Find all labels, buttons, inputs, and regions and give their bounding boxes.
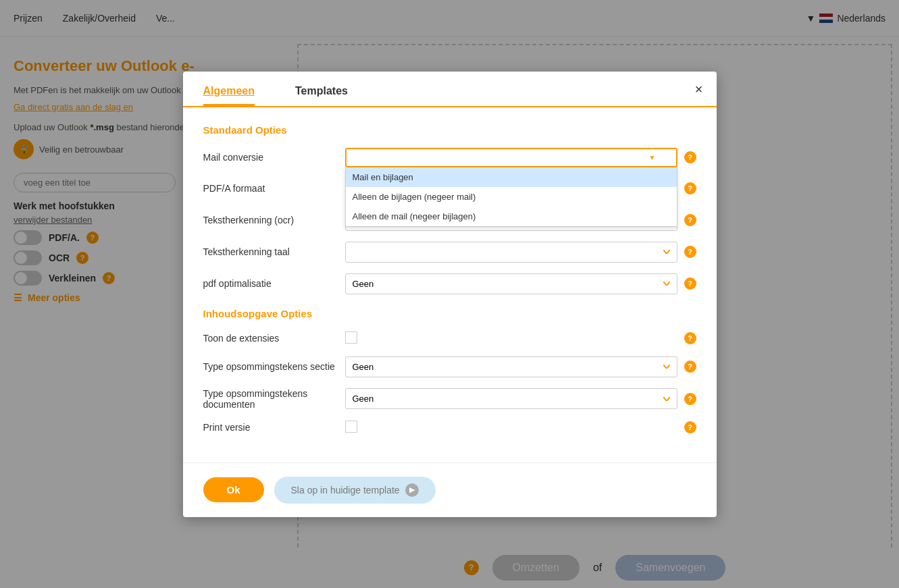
dropdown-item-1[interactable]: Alleen de bijlagen (negeer mail) — [346, 187, 677, 207]
taal-select[interactable] — [345, 242, 677, 263]
taal-label: Tekstherkenning taal — [203, 246, 338, 257]
help-pdfa-formaat-icon[interactable]: ? — [684, 182, 696, 194]
ops-sectie-label: Type opsommingstekens sectie — [203, 361, 338, 372]
mail-conversie-control: ▼ Mail en bijlagen Alleen de bijlagen (n… — [345, 148, 677, 167]
optimalisatie-label: pdf optimalisatie — [203, 278, 338, 289]
modal-dialog: Algemeen Templates × Standaard Opties Ma… — [183, 72, 717, 517]
help-ops-doc-icon[interactable]: ? — [684, 393, 696, 405]
dropdown-item-0[interactable]: Mail en bijlagen — [346, 167, 677, 187]
modal-header: Algemeen Templates — [183, 72, 717, 107]
form-row-taal: Tekstherkenning taal ? — [203, 242, 696, 263]
ops-sectie-select[interactable]: Geen — [345, 356, 677, 377]
standaard-opties-title: Standaard Opties — [203, 124, 696, 136]
pdfa-formaat-label: PDF/A formaat — [203, 183, 338, 194]
ocr-label: Tekstherkenning (ocr) — [203, 215, 338, 225]
inhoudsopgave-title: Inhoudsopgave Opties — [203, 308, 696, 319]
modal-close-button[interactable]: × — [695, 82, 703, 97]
tab-algemeen[interactable]: Algemeen — [203, 85, 255, 106]
optimalisatie-control[interactable]: Geen — [345, 273, 677, 294]
taal-control[interactable] — [345, 242, 677, 263]
extensies-checkbox[interactable] — [345, 331, 357, 344]
ops-doc-label: Type opsommingstekens documenten — [203, 388, 338, 410]
form-row-mail-conversie: Mail conversie ▼ Mail en bijlagen Alleen… — [203, 148, 696, 167]
print-label: Print versie — [203, 422, 338, 433]
extensies-control — [345, 331, 677, 346]
dropdown-arrow-icon: ▼ — [649, 154, 656, 161]
form-row-optimalisatie: pdf optimalisatie Geen ? — [203, 273, 696, 294]
ops-doc-select[interactable]: Geen — [345, 388, 677, 409]
optimalisatie-select[interactable]: Geen — [345, 273, 677, 294]
mail-conversie-label: Mail conversie — [203, 152, 338, 163]
form-row-ops-doc: Type opsommingstekens documenten Geen ? — [203, 388, 696, 410]
help-taal-icon[interactable]: ? — [684, 246, 696, 258]
form-row-extensies: Toon de extensies ? — [203, 331, 696, 346]
save-template-button[interactable]: Sla op in huidige template ▶ — [274, 477, 436, 504]
save-template-label: Sla op in huidige template — [291, 485, 400, 496]
save-arrow-icon: ▶ — [405, 483, 419, 497]
form-row-print: Print versie ? — [203, 421, 696, 435]
modal-footer: Ok Sla op in huidige template ▶ — [183, 462, 717, 517]
form-row-ops-sectie: Type opsommingstekens sectie Geen ? — [203, 356, 696, 377]
print-control — [345, 421, 677, 435]
tab-templates[interactable]: Templates — [295, 85, 348, 106]
help-ops-sectie-icon[interactable]: ? — [684, 360, 696, 373]
modal-overlay: Algemeen Templates × Standaard Opties Ma… — [0, 0, 899, 588]
help-optimalisatie-icon[interactable]: ? — [684, 277, 696, 290]
help-ocr-icon[interactable]: ? — [684, 214, 696, 226]
print-checkbox[interactable] — [345, 421, 357, 433]
mail-conversie-dropdown[interactable]: ▼ Mail en bijlagen Alleen de bijlagen (n… — [345, 148, 677, 167]
ops-sectie-control[interactable]: Geen — [345, 356, 677, 377]
modal-body: Standaard Opties Mail conversie ▼ Mail e… — [183, 107, 717, 462]
mail-conversie-list[interactable]: Mail en bijlagen Alleen de bijlagen (neg… — [345, 167, 677, 227]
extensies-label: Toon de extensies — [203, 333, 338, 344]
help-print-icon[interactable]: ? — [684, 421, 696, 433]
help-extensies-icon[interactable]: ? — [684, 332, 696, 344]
ok-button[interactable]: Ok — [203, 477, 264, 502]
help-mail-conversie-icon[interactable]: ? — [684, 151, 696, 163]
dropdown-item-2[interactable]: Alleen de mail (negeer bijlagen) — [346, 207, 677, 226]
ops-doc-control[interactable]: Geen — [345, 388, 677, 409]
mail-conversie-trigger[interactable]: ▼ — [345, 148, 677, 167]
